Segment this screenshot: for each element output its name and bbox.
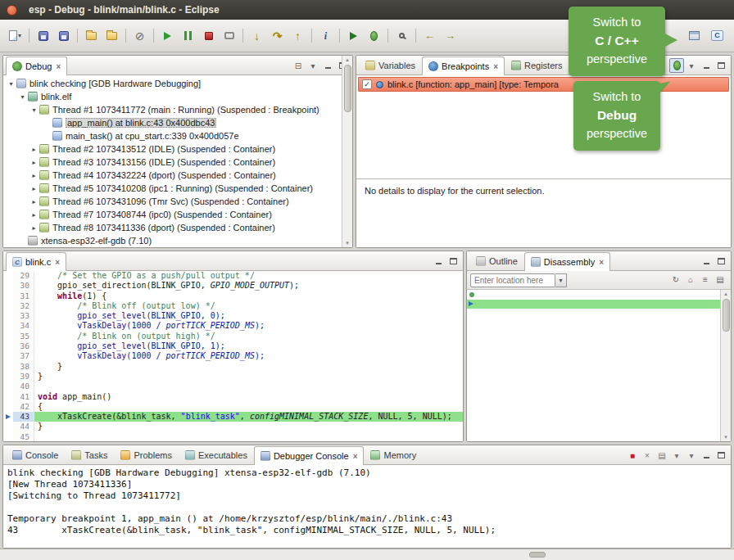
tab-memory[interactable]: Memory [364, 445, 423, 464]
tab-debug[interactable]: Debug × [6, 56, 67, 75]
disassembly-listing[interactable]: 43 xTaskCreate(&blink_task, "blink_tas 4… [467, 290, 731, 441]
code-line[interactable]: 30 gpio_set_direction(BLINK_GPIO, GPIO_M… [3, 281, 463, 291]
location-input[interactable] [470, 273, 555, 287]
disassembly-line[interactable]: 400dbc62:l32i.na8, a0, 16 [467, 404, 731, 414]
skip-all-breakpoints-button[interactable]: ⊘ [129, 26, 150, 45]
tree-item[interactable]: ▸ Thread #2 1073413512 (IDLE) (Suspended… [3, 142, 352, 156]
tab-outline[interactable]: Outline [469, 251, 524, 270]
close-icon[interactable]: × [56, 62, 61, 71]
gutter-marker[interactable] [3, 332, 13, 341]
close-icon[interactable]: × [599, 258, 604, 267]
gutter-marker[interactable] [3, 281, 13, 291]
expander-icon[interactable]: ▸ [29, 146, 39, 153]
sync-selection-button[interactable]: ≡ [698, 272, 713, 287]
code-line[interactable]: 34 vTaskDelay(1000 / portTICK_PERIOD_MS)… [3, 321, 463, 331]
code-line[interactable]: 38 } [3, 362, 463, 372]
open-folder-button[interactable] [102, 26, 122, 45]
toolbar-separator[interactable] [239, 26, 247, 45]
step-over-button[interactable]: ↷ [267, 26, 288, 45]
code-line[interactable]: 43 xTaskCreate(&blink_task, "blink_task"… [3, 412, 463, 422]
close-icon[interactable]: × [55, 258, 60, 267]
search-button[interactable] [392, 26, 412, 45]
tree-item[interactable]: ▾ blink.elf [3, 90, 352, 103]
tree-item[interactable]: ▸ Thread #3 1073413156 (IDLE) (Suspended… [3, 156, 352, 169]
expander-icon[interactable]: ▸ [29, 159, 39, 166]
tree-item[interactable]: ▸ Thread #6 1073431096 (Tmr Svc) (Suspen… [3, 195, 352, 208]
tree-item[interactable]: ▾ blink checking [GDB Hardware Debugging… [3, 77, 352, 90]
code-line[interactable]: 45 [3, 432, 463, 441]
code-line[interactable]: 32 /* Blink off (output low) */ [3, 301, 463, 311]
code-line[interactable]: 42 { [3, 402, 463, 412]
expander-icon[interactable]: ▸ [29, 224, 39, 232]
disconnect-button[interactable] [219, 26, 239, 45]
display-selected-console-button[interactable]: ▾ [669, 448, 684, 463]
terminate-console-button[interactable]: ■ [625, 448, 640, 463]
gutter-marker[interactable] [3, 402, 13, 412]
disassembly-scrollbar[interactable]: ▲ ▼ [720, 290, 731, 441]
tab-blink-c[interactable]: blink.c × [6, 252, 66, 271]
tab-tasks[interactable]: Tasks [65, 445, 114, 464]
expander-icon[interactable]: ▾ [29, 106, 39, 114]
minimize-button[interactable] [431, 254, 446, 269]
remove-launch-button[interactable]: × [640, 448, 655, 463]
code-line[interactable]: 31 while(1) { [3, 291, 463, 301]
tab-console[interactable]: Console [6, 445, 65, 464]
code-line[interactable]: 29 /* Set the GPIO as a push/pull output… [3, 271, 463, 281]
forward-button[interactable]: → [440, 26, 460, 45]
disassembly-line[interactable]: 400dbc51:movia12, 0x300 [467, 347, 731, 357]
gutter-marker[interactable] [3, 372, 13, 382]
disassembly-line[interactable]: 400dbc5f:extuia6, a0, 23, 13 [467, 395, 731, 405]
gutter-marker[interactable] [3, 311, 13, 321]
scroll-up-icon[interactable]: ▲ [723, 291, 728, 297]
tab-executables[interactable]: Executables [179, 445, 254, 464]
disassembly-line[interactable]: 400dbc5a:call80x40084314 <xTaskCreatePin… [467, 376, 731, 386]
open-perspective-button[interactable] [684, 26, 705, 45]
code-line[interactable]: 44 } [3, 422, 463, 431]
debug-button[interactable] [364, 26, 384, 45]
code-line[interactable]: 37 vTaskDelay(1000 / portTICK_PERIOD_MS)… [3, 351, 463, 361]
instruction-stepping-button[interactable]: i [315, 26, 336, 45]
location-dropdown-button[interactable]: ▼ [555, 273, 567, 287]
toolbar-separator[interactable] [25, 26, 33, 45]
toolbar-separator[interactable] [412, 26, 419, 45]
tab-variables[interactable]: Variables [359, 56, 422, 75]
disassembly-line[interactable]: 400dbc57:l32ra10, 0x400d0464 <_stext+110… [467, 367, 731, 377]
gutter-marker[interactable] [3, 392, 13, 402]
step-return-button[interactable]: ↑ [288, 26, 308, 45]
run-button[interactable] [343, 26, 364, 45]
resume-button[interactable] [157, 26, 178, 45]
view-menu-button[interactable]: ▾ [306, 58, 320, 73]
minimize-button[interactable] [699, 254, 714, 269]
code-line[interactable]: 39 } [3, 372, 463, 382]
tree-item[interactable]: main_task() at cpu_start.c:339 0x400d057… [3, 129, 352, 142]
tree-item[interactable]: ▸ Thread #7 1073408744 (ipc0) (Suspended… [3, 208, 352, 221]
step-into-button[interactable]: ↓ [247, 26, 267, 45]
maximize-button[interactable] [714, 58, 728, 73]
gutter-marker[interactable] [3, 341, 13, 351]
tree-item[interactable]: ▸ Thread #8 1073411336 (dport) (Suspende… [3, 221, 352, 234]
expander-icon[interactable]: ▸ [29, 211, 39, 219]
tree-item[interactable]: ▸ Thread #5 1073410208 (ipc1 : Running) … [3, 182, 352, 195]
disassembly-line[interactable]: 400dbc4c:movia14, 5 [467, 328, 731, 338]
expander-icon[interactable]: ▾ [18, 93, 27, 101]
scrollbar-thumb[interactable] [344, 65, 351, 112]
maximize-button[interactable] [714, 448, 728, 463]
new-folder-button[interactable] [81, 26, 102, 45]
terminate-button[interactable] [198, 26, 219, 45]
gutter-marker[interactable] [3, 362, 13, 372]
back-button[interactable]: ← [419, 26, 440, 45]
gutter-marker[interactable] [3, 291, 13, 301]
debugger-console-output[interactable]: blink checking [GDB Hardware Debugging] … [3, 465, 731, 548]
disassembly-line[interactable]: 400dbc67:blta1, a8, 0x400dbc81 <__adddf3… [467, 424, 731, 434]
gutter-marker[interactable] [3, 301, 13, 311]
tab-breakpoints[interactable]: Breakpoints × [422, 56, 505, 75]
gutter-marker[interactable] [3, 382, 13, 391]
suspend-button[interactable] [178, 26, 198, 45]
scrollbar-thumb[interactable] [723, 299, 730, 332]
home-button[interactable]: ⌂ [683, 272, 698, 287]
scroll-down-icon[interactable]: ▼ [723, 434, 728, 440]
gutter-marker[interactable] [3, 422, 13, 431]
debug-tree-scrollbar[interactable]: ▲ ▼ [342, 56, 352, 247]
tree-item[interactable]: ▾ Thread #1 1073411772 (main : Running) … [3, 103, 352, 116]
window-close-button[interactable] [7, 5, 17, 16]
